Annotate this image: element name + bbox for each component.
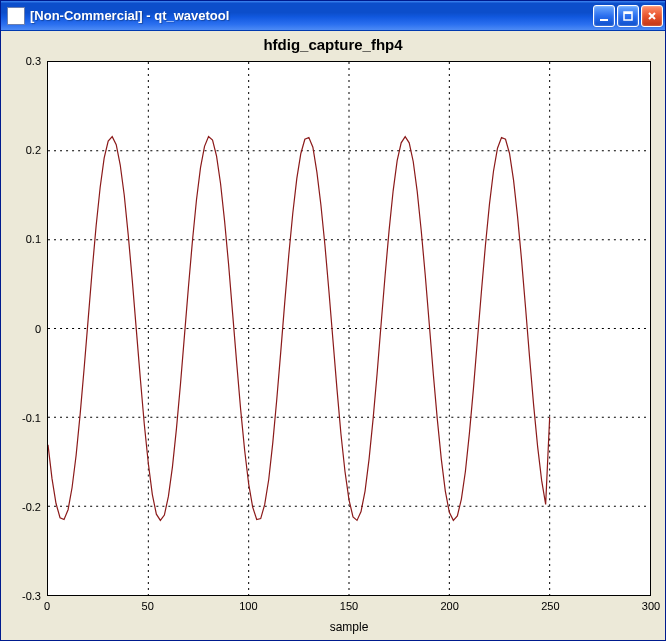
x-tick-label: 50 [142,600,154,612]
window-title: [Non-Commercial] - qt_wavetool [30,8,593,23]
y-tick-label: 0.2 [26,144,41,156]
app-window: [Non-Commercial] - qt_wavetool hfdig_cap… [0,0,666,641]
x-tick-label: 150 [340,600,358,612]
close-icon [646,10,658,22]
svg-rect-0 [600,19,608,21]
close-button[interactable] [641,5,663,27]
minimize-button[interactable] [593,5,615,27]
title-bar[interactable]: [Non-Commercial] - qt_wavetool [1,1,665,31]
x-tick-label: 200 [440,600,458,612]
y-tick-label: 0.1 [26,233,41,245]
plot-area[interactable] [47,61,651,596]
plot-svg [48,62,650,595]
y-tick-label: -0.1 [22,412,41,424]
x-tick-label: 250 [541,600,559,612]
chart-container: hfdig_capture_fhp4 -0.3-0.2-0.100.10.20.… [5,35,661,636]
svg-rect-2 [624,12,632,14]
x-tick-label: 100 [239,600,257,612]
y-tick-label: 0.3 [26,55,41,67]
maximize-button[interactable] [617,5,639,27]
window-button-group [593,5,663,27]
chart-title: hfdig_capture_fhp4 [5,35,661,57]
minimize-icon [598,10,610,22]
y-tick-label: -0.2 [22,501,41,513]
client-area: hfdig_capture_fhp4 -0.3-0.2-0.100.10.20.… [1,31,665,640]
maximize-icon [622,10,634,22]
y-tick-label: -0.3 [22,590,41,602]
y-tick-label: 0 [35,323,41,335]
app-icon [7,7,25,25]
x-tick-label: 0 [44,600,50,612]
y-axis-ticks: -0.3-0.2-0.100.10.20.3 [5,61,45,596]
x-tick-label: 300 [642,600,660,612]
x-axis-label: sample [47,620,651,634]
x-axis-ticks: 050100150200250300 [47,598,651,616]
